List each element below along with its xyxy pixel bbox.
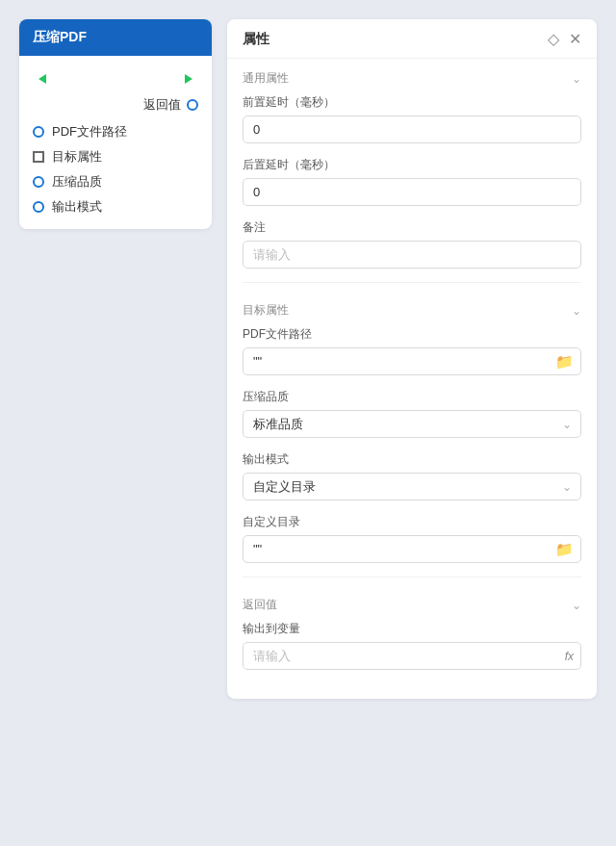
left-panel-header: 压缩PDF	[19, 19, 212, 56]
list-item[interactable]: 目标属性	[33, 148, 198, 166]
output-mode-select[interactable]: 自定义目录 原目录 桌面	[243, 473, 581, 500]
quality-field: 压缩品质 标准品质 高品质 低品质 ⌄	[243, 389, 581, 438]
output-var-label: 输出到变量	[243, 621, 581, 637]
output-mode-label: 输出模式	[243, 451, 581, 468]
pre-delay-label: 前置延时（毫秒）	[243, 94, 581, 111]
pdf-path-input[interactable]	[243, 347, 581, 375]
quality-select[interactable]: 标准品质 高品质 低品质	[243, 410, 581, 438]
common-section-title: 通用属性	[243, 70, 289, 87]
list-item[interactable]: 压缩品质	[33, 173, 198, 191]
output-mode-field: 输出模式 自定义目录 原目录 桌面 ⌄	[243, 451, 581, 500]
output-mode-select-wrap: 自定义目录 原目录 桌面 ⌄	[243, 473, 581, 500]
note-label: 备注	[243, 219, 581, 236]
return-section-title: 返回值	[243, 597, 277, 613]
custom-dir-wrap: 📁	[243, 535, 581, 563]
lp-return: 返回值	[33, 96, 198, 114]
section-divider-2	[243, 577, 581, 577]
return-circle-icon	[187, 99, 198, 111]
target-chevron-icon: ⌄	[572, 304, 581, 318]
lp-items: PDF文件路径 目标属性 压缩品质 输出模式	[33, 123, 198, 216]
list-item[interactable]: 输出模式	[33, 198, 198, 216]
return-section-header[interactable]: 返回值 ⌄	[243, 585, 581, 621]
left-panel: 压缩PDF 返回值 PDF文件路径	[19, 19, 212, 229]
pdf-path-label: PDF文件路径	[243, 326, 581, 343]
custom-dir-field: 自定义目录 📁	[243, 514, 581, 563]
folder-icon[interactable]: 📁	[555, 353, 574, 371]
return-chevron-icon: ⌄	[572, 599, 581, 612]
custom-dir-input[interactable]	[243, 535, 581, 563]
diamond-icon[interactable]: ◇	[548, 32, 559, 47]
post-delay-input[interactable]	[243, 178, 581, 206]
post-delay-field: 后置延时（毫秒）	[243, 157, 581, 206]
section-divider	[243, 282, 581, 283]
target-section-title: 目标属性	[243, 302, 289, 319]
folder-icon[interactable]: 📁	[555, 541, 574, 558]
note-field: 备注	[243, 219, 581, 269]
rp-title: 属性	[243, 31, 270, 48]
output-var-field: 输出到变量 fx	[243, 621, 581, 670]
circle-icon	[33, 176, 44, 188]
quality-select-wrap: 标准品质 高品质 低品质 ⌄	[243, 410, 581, 438]
pre-delay-field: 前置延时（毫秒）	[243, 94, 581, 143]
left-panel-title: 压缩PDF	[33, 29, 87, 46]
svg-marker-1	[185, 74, 192, 84]
play-right-icon[interactable]	[179, 69, 198, 89]
circle-icon	[33, 126, 44, 138]
item-label: 压缩品质	[52, 173, 102, 191]
post-delay-label: 后置延时（毫秒）	[243, 157, 581, 173]
common-chevron-icon: ⌄	[572, 72, 581, 86]
circle-icon	[33, 201, 44, 213]
custom-dir-label: 自定义目录	[243, 514, 581, 530]
close-icon[interactable]: ✕	[569, 32, 581, 47]
output-var-input[interactable]	[243, 642, 581, 670]
target-section-header[interactable]: 目标属性 ⌄	[243, 291, 581, 326]
quality-label: 压缩品质	[243, 389, 581, 405]
item-label: PDF文件路径	[52, 123, 127, 141]
right-panel: 属性 ◇ ✕ 通用属性 ⌄ 前置延时（毫秒） 后置延时（毫秒） 备注 目标属性 …	[227, 19, 597, 699]
pdf-path-field: PDF文件路径 📁	[243, 326, 581, 375]
fx-icon[interactable]: fx	[565, 650, 574, 663]
square-icon	[33, 151, 44, 163]
rp-header-icons: ◇ ✕	[548, 32, 581, 47]
common-section-header[interactable]: 通用属性 ⌄	[243, 59, 581, 94]
left-panel-body: 返回值 PDF文件路径 目标属性 压缩品质 输出模式	[19, 56, 212, 229]
play-left-icon[interactable]	[33, 69, 52, 89]
item-label: 目标属性	[52, 148, 102, 166]
rp-header: 属性 ◇ ✕	[227, 19, 597, 59]
return-label: 返回值	[143, 96, 181, 114]
svg-marker-0	[38, 74, 46, 84]
pre-delay-input[interactable]	[243, 115, 581, 143]
pdf-path-wrap: 📁	[243, 347, 581, 375]
output-var-wrap: fx	[243, 642, 581, 670]
rp-body: 通用属性 ⌄ 前置延时（毫秒） 后置延时（毫秒） 备注 目标属性 ⌄ PDF文件…	[227, 59, 597, 699]
lp-arrows	[33, 65, 198, 92]
item-label: 输出模式	[52, 198, 102, 216]
note-input[interactable]	[243, 241, 581, 269]
list-item[interactable]: PDF文件路径	[33, 123, 198, 141]
